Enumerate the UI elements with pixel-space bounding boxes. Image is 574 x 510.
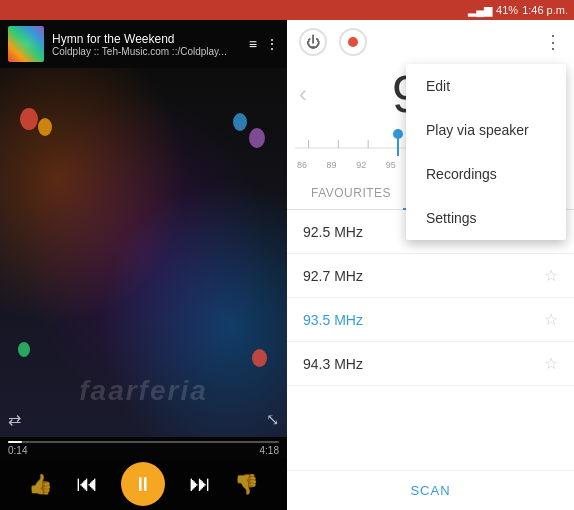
freq-prev-button[interactable]: ‹: [295, 80, 311, 108]
progress-track[interactable]: [8, 441, 279, 443]
pause-icon: ⏸: [133, 473, 153, 496]
balloon-red2: [252, 349, 267, 367]
scale-label-86: 86: [297, 160, 307, 170]
scale-label-95: 95: [386, 160, 396, 170]
scan-button[interactable]: SCAN: [287, 470, 574, 510]
shuffle-icon[interactable]: ⇄: [8, 410, 21, 429]
balloon-blue: [233, 113, 247, 131]
station-item-1[interactable]: 92.7 MHz ☆: [287, 254, 574, 298]
main-area: Hymn for the Weekend Coldplay :: Teh-Mus…: [0, 20, 574, 510]
balloon-purple: [249, 128, 265, 148]
station-freq-2: 93.5 MHz: [303, 312, 544, 328]
power-icon: ⏻: [306, 34, 320, 50]
radio-panel: ⏻ ⋮ ‹ 93.5: [287, 20, 574, 510]
menu-item-edit[interactable]: Edit: [406, 64, 566, 108]
station-star-2[interactable]: ☆: [544, 310, 558, 329]
track-title: Hymn for the Weekend: [52, 32, 241, 46]
scale-label-89: 89: [327, 160, 337, 170]
expand-icon[interactable]: ⤡: [266, 410, 279, 429]
signal-strength: ▂▄▆: [468, 4, 492, 17]
thumbs-up-button[interactable]: 👍: [28, 472, 53, 496]
scale-label-92: 92: [356, 160, 366, 170]
station-star-3[interactable]: ☆: [544, 354, 558, 373]
track-artist: Coldplay :: Teh-Music.com ::/Coldplay...: [52, 46, 241, 57]
time-total: 4:18: [260, 445, 279, 456]
progress-fill: [8, 441, 22, 443]
time-display: 1:46 p.m.: [522, 4, 568, 16]
balloon-red: [20, 108, 38, 130]
station-item-2[interactable]: 93.5 MHz ☆: [287, 298, 574, 342]
record-dot: [348, 37, 358, 47]
battery-indicator: 41%: [496, 4, 518, 16]
menu-item-play-via-speaker[interactable]: Play via speaker: [406, 108, 566, 152]
player-info: Hymn for the Weekend Coldplay :: Teh-Mus…: [52, 32, 241, 57]
station-item-3[interactable]: 94.3 MHz ☆: [287, 342, 574, 386]
progress-times: 0:14 4:18: [8, 445, 279, 456]
balloon-orange: [38, 118, 52, 136]
more-options-icon[interactable]: ⋮: [265, 36, 279, 52]
station-star-1[interactable]: ☆: [544, 266, 558, 285]
status-bar: ▂▄▆ 41% 1:46 p.m.: [0, 0, 574, 20]
album-art: .fol-circle { fill: none; stroke-width: …: [0, 68, 287, 437]
progress-bar-area[interactable]: 0:14 4:18: [0, 437, 287, 458]
dropdown-menu: Edit Play via speaker Recordings Setting…: [406, 64, 566, 240]
watermark-text: faarferia: [79, 375, 208, 407]
previous-button[interactable]: ⏮: [76, 471, 98, 497]
player-header: Hymn for the Weekend Coldplay :: Teh-Mus…: [0, 20, 287, 68]
time-elapsed: 0:14: [8, 445, 27, 456]
player-bottom-icons: ⇄ ⤡: [8, 410, 279, 429]
play-pause-button[interactable]: ⏸: [121, 462, 165, 506]
menu-item-recordings[interactable]: Recordings: [406, 152, 566, 196]
thumbs-down-button[interactable]: 👎: [234, 472, 259, 496]
player-header-icons: ≡ ⋮: [249, 36, 279, 52]
music-player-panel: Hymn for the Weekend Coldplay :: Teh-Mus…: [0, 20, 287, 510]
svg-point-25: [393, 129, 403, 139]
radio-more-button[interactable]: ⋮: [544, 31, 562, 53]
station-freq-3: 94.3 MHz: [303, 356, 544, 372]
menu-item-settings[interactable]: Settings: [406, 196, 566, 240]
tab-favourites[interactable]: FAVOURITES: [299, 178, 403, 209]
power-button[interactable]: ⏻: [299, 28, 327, 56]
radio-header: ⏻ ⋮: [287, 20, 574, 64]
record-button[interactable]: [339, 28, 367, 56]
queue-icon[interactable]: ≡: [249, 36, 257, 52]
album-thumbnail: [8, 26, 44, 62]
status-icons: ▂▄▆ 41% 1:46 p.m.: [468, 4, 568, 17]
player-controls: 👍 ⏮ ⏸ ⏭ 👎: [0, 458, 287, 510]
balloon-green: [18, 342, 30, 357]
station-freq-1: 92.7 MHz: [303, 268, 544, 284]
next-button[interactable]: ⏭: [189, 471, 211, 497]
stations-list: 92.5 MHz ☆ 92.7 MHz ☆ 93.5 MHz ☆ 94.3 MH…: [287, 210, 574, 470]
